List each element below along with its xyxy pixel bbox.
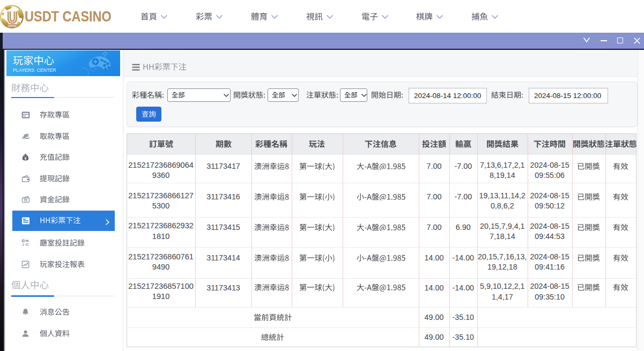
svg-text:casino: casino (9, 24, 17, 27)
